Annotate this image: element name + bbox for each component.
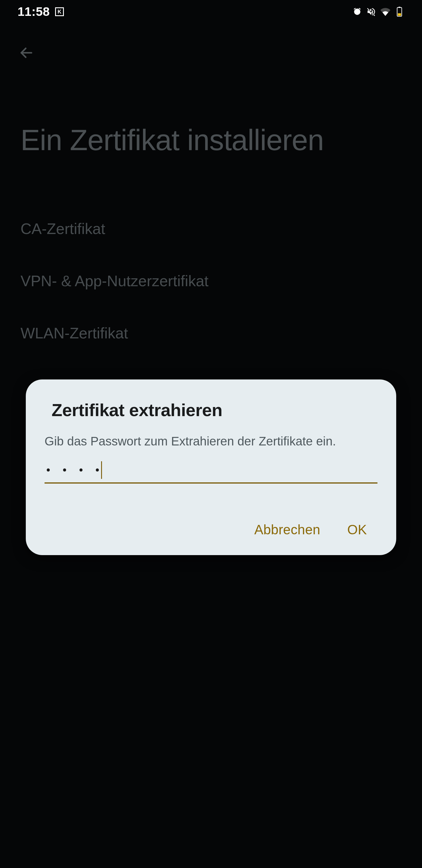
cancel-button[interactable]: Abbrechen [254,522,320,537]
dialog-actions: Abbrechen OK [42,522,367,537]
extract-certificate-dialog: Zertifikat extrahieren Gib das Passwort … [26,379,396,555]
password-mask: • • • • [44,464,104,476]
password-input[interactable]: • • • • [44,458,378,484]
dialog-title: Zertifikat extrahieren [52,400,380,420]
ok-button[interactable]: OK [347,522,367,537]
dialog-message: Gib das Passwort zum Extrahieren der Zer… [44,434,380,448]
text-caret [101,461,102,479]
